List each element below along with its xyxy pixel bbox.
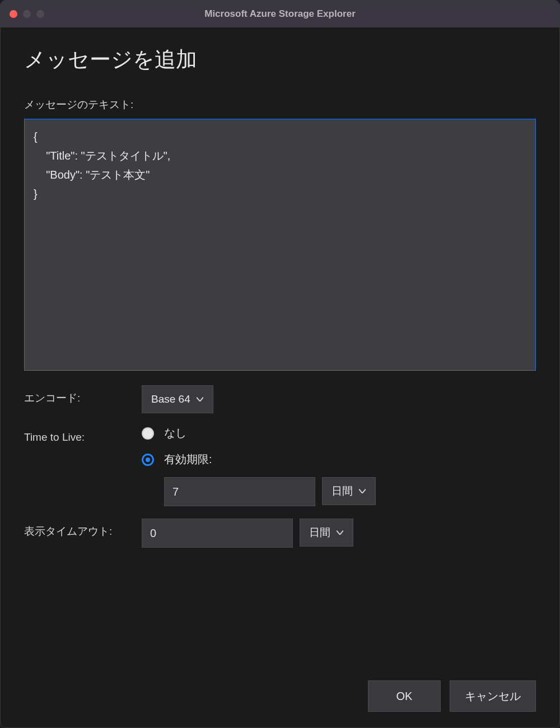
dialog-content: メッセージを追加 メッセージのテキスト: エンコード: Base 64 Time… bbox=[1, 27, 559, 727]
ttl-radio-group: なし 有効期限: 日間 bbox=[142, 426, 536, 506]
ttl-label: Time to Live: bbox=[24, 426, 142, 444]
close-window-icon[interactable] bbox=[10, 10, 17, 18]
message-text-label: メッセージのテキスト: bbox=[24, 97, 536, 112]
ok-button[interactable]: OK bbox=[368, 680, 441, 712]
titlebar: Microsoft Azure Storage Explorer bbox=[1, 1, 559, 27]
chevron-down-icon bbox=[196, 395, 204, 403]
visibility-timeout-unit-value: 日間 bbox=[309, 525, 330, 540]
cancel-button[interactable]: キャンセル bbox=[450, 680, 536, 712]
ttl-unit-select[interactable]: 日間 bbox=[322, 477, 376, 505]
chevron-down-icon bbox=[358, 487, 366, 495]
visibility-timeout-label: 表示タイムアウト: bbox=[24, 519, 142, 539]
window-controls bbox=[10, 10, 44, 18]
message-text-input[interactable] bbox=[24, 119, 536, 371]
encoding-select[interactable]: Base 64 bbox=[142, 385, 213, 413]
dialog-footer: OK キャンセル bbox=[24, 669, 536, 712]
encoding-label: エンコード: bbox=[24, 385, 142, 405]
minimize-window-icon[interactable] bbox=[23, 10, 31, 18]
ttl-radio-none[interactable] bbox=[142, 427, 154, 440]
ttl-unit-value: 日間 bbox=[332, 484, 353, 498]
ttl-radio-expires[interactable] bbox=[142, 454, 154, 466]
ttl-option-none-label: なし bbox=[164, 426, 186, 441]
chevron-down-icon bbox=[336, 529, 344, 536]
app-window: Microsoft Azure Storage Explorer メッセージを追… bbox=[0, 0, 560, 728]
visibility-timeout-unit-select[interactable]: 日間 bbox=[300, 519, 353, 547]
dialog-heading: メッセージを追加 bbox=[24, 45, 536, 74]
window-title: Microsoft Azure Storage Explorer bbox=[1, 8, 559, 20]
encoding-value: Base 64 bbox=[151, 393, 190, 405]
visibility-timeout-input[interactable] bbox=[142, 519, 293, 548]
ttl-value-input[interactable] bbox=[164, 477, 315, 506]
maximize-window-icon[interactable] bbox=[36, 10, 44, 18]
ttl-option-expires-label: 有効期限: bbox=[164, 452, 212, 467]
